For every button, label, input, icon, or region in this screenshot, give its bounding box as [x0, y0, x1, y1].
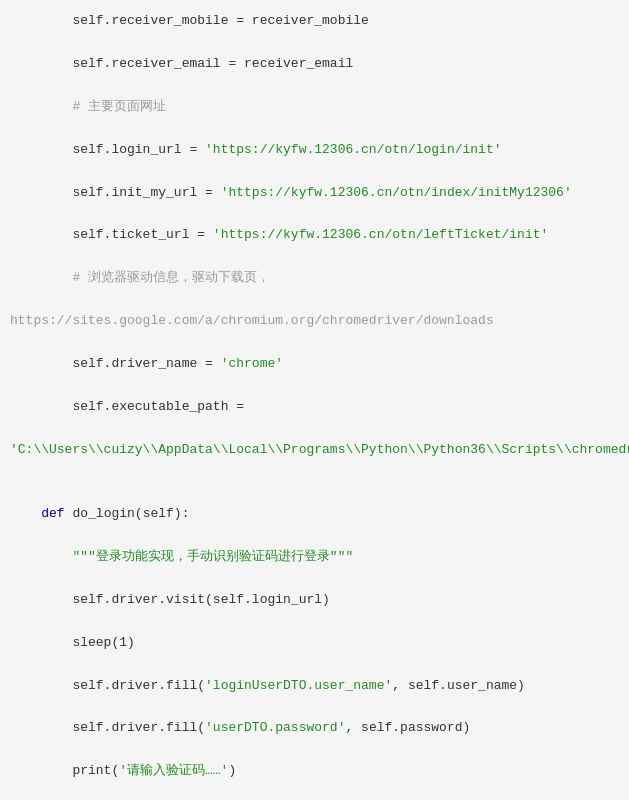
code-line: 'C:\\Users\\cuizy\\AppData\\Local\\Progr… [10, 439, 619, 460]
code-line: self.login_url = 'https://kyfw.12306.cn/… [10, 139, 619, 160]
code-line: # 浏览器驱动信息，驱动下载页， [10, 267, 619, 288]
code-line: def do_login(self): [10, 503, 619, 524]
code-line: self.executable_path = [10, 396, 619, 417]
code-line: """登录功能实现，手动识别验证码进行登录""" [10, 546, 619, 567]
code-line: https://sites.google.com/a/chromium.org/… [10, 310, 619, 331]
code-line: # 主要页面网址 [10, 96, 619, 117]
code-line: self.init_my_url = 'https://kyfw.12306.c… [10, 182, 619, 203]
code-pre: self.receiver_mobile = receiver_mobile s… [0, 10, 629, 800]
code-line: print('请输入验证码……') [10, 760, 619, 781]
code-line: self.receiver_mobile = receiver_mobile [10, 10, 619, 31]
code-line: self.driver.fill('userDTO.password', sel… [10, 717, 619, 738]
code-line: self.driver.fill('loginUserDTO.user_name… [10, 675, 619, 696]
code-line: sleep(1) [10, 632, 619, 653]
code-container: self.receiver_mobile = receiver_mobile s… [0, 0, 629, 800]
code-line: self.ticket_url = 'https://kyfw.12306.cn… [10, 224, 619, 245]
code-line: self.driver_name = 'chrome' [10, 353, 619, 374]
code-line: self.driver.visit(self.login_url) [10, 589, 619, 610]
code-line: self.receiver_email = receiver_email [10, 53, 619, 74]
